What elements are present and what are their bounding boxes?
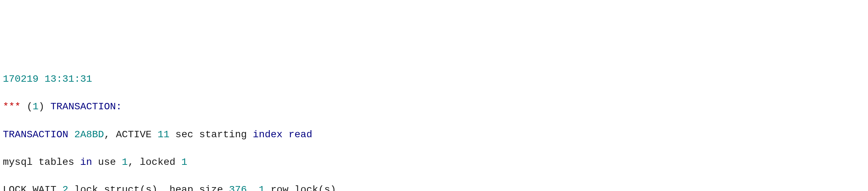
log-line-transaction-header: *** (1) TRANSACTION:: [3, 100, 865, 114]
time-value: 13:31:31: [45, 74, 92, 85]
tables-locked: 1: [181, 157, 187, 168]
log-output: 170219 13:31:31 *** (1) TRANSACTION: TRA…: [3, 58, 865, 191]
keyword: TRANSACTION: [3, 129, 68, 140]
stars: ***: [3, 101, 21, 112]
paren: (: [27, 101, 33, 112]
tables-in-use: 1: [122, 157, 128, 168]
log-line-lock-wait: LOCK WAIT 2 lock struct(s), heap size 37…: [3, 183, 865, 191]
transaction-number: 1: [33, 101, 39, 112]
lock-structs: 2: [62, 184, 68, 191]
row-locks: 1: [259, 184, 265, 191]
heap-size: 376: [229, 184, 247, 191]
date-value: 170219: [3, 74, 39, 85]
log-line-timestamp: 170219 13:31:31: [3, 72, 865, 86]
log-line-transaction-info: TRANSACTION 2A8BD, ACTIVE 11 sec startin…: [3, 128, 865, 141]
active-keyword: ACTIVE: [116, 129, 152, 140]
transaction-label: TRANSACTION:: [50, 101, 122, 112]
paren-close: ): [39, 101, 45, 112]
transaction-id: 2A8BD: [74, 129, 104, 140]
log-line-tables: mysql tables in use 1, locked 1: [3, 155, 865, 169]
seconds-value: 11: [158, 129, 170, 140]
